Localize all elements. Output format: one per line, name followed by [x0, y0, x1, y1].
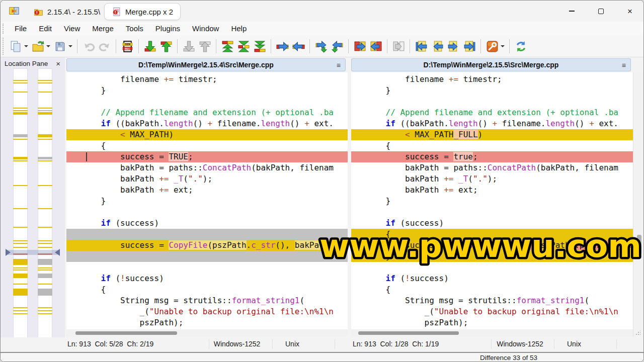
- difference-counter: Difference 33 of 53: [453, 354, 564, 361]
- diff-location-stripe: [38, 134, 52, 137]
- copy-right-icon[interactable]: [275, 38, 290, 54]
- first-diff-icon[interactable]: [220, 38, 235, 54]
- code-line: if (!success): [351, 273, 633, 284]
- prev-file-icon[interactable]: [430, 38, 445, 54]
- toolbar-separator: [116, 39, 116, 53]
- diff-location-stripe: [38, 108, 52, 109]
- diff-location-stripe: [13, 307, 28, 308]
- auto-merge-icon: [391, 38, 406, 54]
- toolbar-items: GENREC: [8, 38, 529, 54]
- right-line-info: Ln: 913 Col: 1/28 Ch: 1/19: [353, 340, 439, 348]
- copy-right-advance-icon[interactable]: [313, 38, 329, 54]
- right-code-editor[interactable]: filename += timestr; } // Append filenam…: [351, 72, 633, 329]
- diff-location-stripe: [13, 247, 28, 248]
- copy-all-right-icon[interactable]: [352, 38, 367, 54]
- vertical-scrollbar[interactable]: [633, 72, 644, 336]
- maximize-button[interactable]: [586, 1, 615, 22]
- current-diff-icon[interactable]: [236, 38, 251, 54]
- menu-file[interactable]: File: [9, 22, 33, 36]
- menu-help[interactable]: Help: [225, 22, 253, 36]
- diff-location-stripe: [13, 284, 28, 285]
- code-line: [66, 229, 348, 240]
- menu-view[interactable]: View: [58, 22, 86, 36]
- left-file-header[interactable]: D:\Temp\WinMerge\2.15.4\Src\Merge.cpp ≡: [66, 58, 346, 71]
- right-horizontal-scrollbar[interactable]: [351, 329, 633, 336]
- left-horizontal-scrollbar[interactable]: [66, 329, 348, 336]
- folder-warning-icon: [34, 7, 43, 17]
- status-separator: [554, 339, 554, 349]
- save-icon[interactable]: [52, 38, 67, 54]
- toolbar-grip[interactable]: [3, 24, 4, 34]
- open-icon[interactable]: [30, 38, 45, 54]
- copy-left-icon[interactable]: [291, 38, 306, 54]
- left-code-editor[interactable]: filename += timestr; } // Append filenam…: [66, 72, 348, 329]
- scrollbar-thumb[interactable]: [358, 331, 459, 335]
- resize-grip[interactable]: [635, 330, 640, 335]
- diff-location-stripe: [13, 208, 28, 209]
- pane-status-bar: Ln: 913 Col: 5/28 Ch: 2/19 Windows-1252 …: [1, 337, 644, 351]
- diff-location-stripe: [13, 80, 28, 81]
- menu-tools[interactable]: Tools: [120, 22, 149, 36]
- open-dropdown-icon[interactable]: [46, 38, 51, 54]
- menu-merge[interactable]: Merge: [86, 22, 120, 36]
- code-line: {: [66, 284, 348, 295]
- tab-file-compare-active[interactable]: Merge.cpp x 2: [104, 3, 181, 20]
- next-diff-icon[interactable]: [142, 38, 157, 54]
- code-line: if (success): [351, 218, 633, 229]
- code-line: // Append filename and extension (+ opti…: [66, 107, 348, 118]
- first-file-icon[interactable]: [414, 38, 429, 54]
- toolbar-separator: [271, 39, 271, 53]
- code-line: pszPath);: [66, 317, 348, 328]
- minimize-icon: [569, 11, 575, 12]
- options-icon[interactable]: [485, 38, 500, 54]
- diff-location-stripe: [38, 307, 52, 308]
- last-file-icon[interactable]: [462, 38, 477, 54]
- diff-location-stripe: [38, 112, 52, 115]
- text-caret: [86, 152, 87, 161]
- code-line: filename += timestr;: [66, 74, 348, 85]
- diff-location-stripe: [13, 274, 28, 278]
- redo-icon: [97, 38, 112, 54]
- tab-folder-compare[interactable]: 2.15.4\ - 2.15.5\: [27, 3, 107, 20]
- main-status-bar: Difference 33 of 53: [1, 352, 644, 362]
- menu-edit[interactable]: Edit: [33, 22, 58, 36]
- code-line: [351, 96, 633, 107]
- close-button[interactable]: ×: [615, 1, 644, 22]
- hamburger-menu-icon[interactable]: ≡: [622, 59, 626, 72]
- gen-rec-icon[interactable]: GENREC: [120, 38, 135, 54]
- toolbar-separator: [410, 39, 410, 53]
- scrollbar-thumb[interactable]: [637, 235, 641, 254]
- code-line: bakPath += ext;: [351, 185, 633, 196]
- location-pane-close-icon[interactable]: ×: [56, 59, 65, 68]
- new-file-dropdown-icon[interactable]: [24, 38, 29, 54]
- marker-right-arrow-icon: [55, 249, 60, 256]
- copy-all-left-icon[interactable]: [368, 38, 383, 54]
- refresh-icon[interactable]: [513, 38, 528, 54]
- copy-left-advance-icon[interactable]: [330, 38, 345, 54]
- diff-location-stripe: [38, 80, 52, 81]
- options-dropdown-icon[interactable]: [500, 38, 505, 54]
- save-dropdown-icon[interactable]: [68, 38, 73, 54]
- hamburger-menu-icon[interactable]: ≡: [337, 59, 341, 72]
- menu-plugins[interactable]: Plugins: [149, 22, 186, 36]
- location-view-marker[interactable]: [7, 250, 59, 255]
- diff-location-stripe: [13, 310, 28, 311]
- code-line: }: [351, 251, 633, 262]
- toolbar-separator: [77, 39, 77, 53]
- last-diff-icon[interactable]: [252, 38, 267, 54]
- title-bar: 2.15.4\ - 2.15.5\ Merge.cpp x 2 ×: [1, 1, 644, 22]
- scrollbar-thumb[interactable]: [75, 331, 177, 335]
- next-file-icon[interactable]: [446, 38, 461, 54]
- right-file-header[interactable]: D:\Temp\WinMerge\2.15.5\Src\Merge.cpp ≡: [351, 58, 631, 71]
- diff-location-stripe: [13, 289, 28, 296]
- prev-diff-icon[interactable]: [158, 38, 174, 54]
- diff-location-stripe: [13, 269, 28, 270]
- toolbar-grip[interactable]: [3, 38, 4, 55]
- code-line: success = TRUE;: [66, 151, 348, 162]
- left-eol: Unix: [275, 340, 310, 348]
- minimize-button[interactable]: [557, 1, 586, 22]
- menu-window[interactable]: Window: [186, 22, 225, 36]
- new-file-icon[interactable]: [8, 38, 23, 54]
- document-diff-icon: [112, 7, 121, 17]
- diff-location-stripe: [13, 227, 28, 228]
